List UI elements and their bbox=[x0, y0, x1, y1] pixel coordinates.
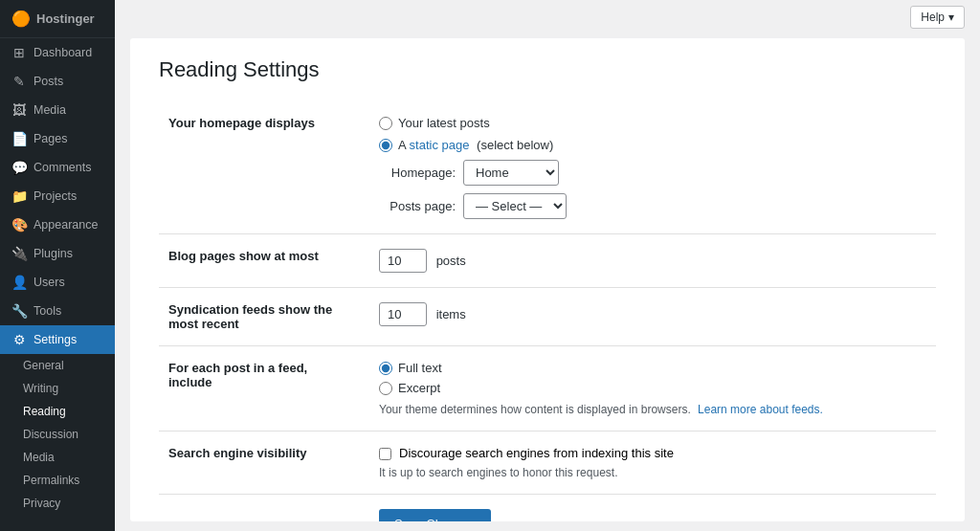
submenu-item-discussion[interactable]: Discussion bbox=[11, 423, 115, 446]
search-visibility-note: It is up to search engines to honor this… bbox=[379, 466, 926, 479]
syndication-input[interactable] bbox=[379, 302, 427, 326]
sidebar-item-comments[interactable]: 💬 Comments bbox=[0, 153, 115, 182]
submenu-item-privacy[interactable]: Privacy bbox=[11, 492, 115, 515]
full-text-label: Full text bbox=[398, 361, 442, 375]
sidebar-item-projects[interactable]: 📁 Projects bbox=[0, 182, 115, 210]
help-button[interactable]: Help ▾ bbox=[910, 6, 965, 29]
feed-include-value: Full text Excerpt Your theme determines … bbox=[369, 346, 936, 431]
settings-icon: ⚙ bbox=[11, 332, 27, 347]
search-visibility-row: Search engine visibility Discourage sear… bbox=[159, 431, 936, 495]
sidebar-item-media[interactable]: 🖼 Media bbox=[0, 96, 115, 124]
plugins-icon: 🔌 bbox=[11, 246, 27, 261]
sidebar-item-label: Posts bbox=[33, 75, 63, 88]
homepage-select[interactable]: Home bbox=[463, 160, 559, 186]
sidebar-item-label: Settings bbox=[33, 333, 77, 346]
projects-icon: 📁 bbox=[11, 188, 27, 204]
help-label: Help bbox=[921, 11, 945, 24]
sidebar-item-posts[interactable]: ✎ Posts bbox=[0, 67, 115, 96]
homepage-displays-value: Your latest posts A static page (select … bbox=[369, 101, 936, 234]
excerpt-radio[interactable] bbox=[379, 382, 392, 395]
submenu-label: Writing bbox=[23, 382, 58, 395]
sidebar-item-appearance[interactable]: 🎨 Appearance bbox=[0, 210, 115, 239]
posts-page-select-label: Posts page: bbox=[379, 199, 456, 213]
sidebar-item-plugins[interactable]: 🔌 Plugins bbox=[0, 239, 115, 268]
static-page-option: A static page (select below) bbox=[379, 138, 926, 152]
sidebar-item-label: Media bbox=[33, 103, 66, 117]
syndication-label: Syndication feeds show the most recent bbox=[159, 288, 369, 346]
latest-posts-radio[interactable] bbox=[379, 117, 392, 130]
posts-page-select-row: Posts page: — Select — bbox=[379, 193, 926, 219]
sidebar-logo[interactable]: 🟠 Hostinger bbox=[0, 0, 115, 38]
homepage-displays-row: Your homepage displays Your latest posts… bbox=[159, 101, 936, 234]
appearance-icon: 🎨 bbox=[11, 217, 27, 232]
sidebar-item-label: Users bbox=[33, 276, 65, 289]
save-label-cell bbox=[159, 495, 369, 522]
save-row: Save Changes bbox=[159, 495, 936, 522]
search-visibility-checkbox-row: Discourage search engines from indexing … bbox=[379, 446, 926, 460]
submenu-item-media-sub[interactable]: Media bbox=[11, 446, 115, 469]
sidebar-item-label: Projects bbox=[33, 189, 77, 203]
tools-icon: 🔧 bbox=[11, 303, 27, 319]
blog-pages-label: Blog pages show at most bbox=[159, 234, 369, 288]
static-page-label: A static page (select below) bbox=[398, 138, 553, 152]
excerpt-option: Excerpt bbox=[379, 381, 926, 395]
homepage-select-label: Homepage: bbox=[379, 166, 456, 180]
feed-learn-more-link[interactable]: Learn more about feeds. bbox=[698, 403, 823, 416]
media-icon: 🖼 bbox=[11, 102, 27, 118]
dashboard-icon: ⊞ bbox=[11, 45, 27, 60]
submenu-label: Media bbox=[23, 451, 55, 464]
feed-include-row: For each post in a feed, include Full te… bbox=[159, 346, 936, 431]
submenu-item-writing[interactable]: Writing bbox=[11, 377, 115, 400]
syndication-suffix: items bbox=[436, 307, 466, 321]
latest-posts-option: Your latest posts bbox=[379, 116, 926, 130]
sidebar-item-label: Tools bbox=[33, 304, 61, 318]
submenu-item-permalinks[interactable]: Permalinks bbox=[11, 469, 115, 492]
full-text-option: Full text bbox=[379, 361, 926, 375]
blog-pages-row: Blog pages show at most posts bbox=[159, 234, 936, 288]
sidebar-item-users[interactable]: 👤 Users bbox=[0, 268, 115, 297]
sidebar-item-settings[interactable]: ⚙ Settings bbox=[0, 325, 115, 354]
search-visibility-value: Discourage search engines from indexing … bbox=[369, 431, 936, 495]
sidebar-item-dashboard[interactable]: ⊞ Dashboard bbox=[0, 38, 115, 67]
content-area: Reading Settings Your homepage displays … bbox=[130, 38, 965, 521]
static-page-link[interactable]: static page bbox=[410, 138, 470, 152]
sidebar-item-tools[interactable]: 🔧 Tools bbox=[0, 297, 115, 325]
excerpt-label: Excerpt bbox=[398, 381, 440, 395]
syndication-value: items bbox=[369, 288, 936, 346]
comments-icon: 💬 bbox=[11, 160, 27, 175]
syndication-row: Syndication feeds show the most recent i… bbox=[159, 288, 936, 346]
save-changes-button[interactable]: Save Changes bbox=[379, 509, 491, 521]
static-page-paren: (select below) bbox=[477, 138, 553, 152]
page-title: Reading Settings bbox=[159, 57, 936, 82]
static-page-a-text: A bbox=[398, 138, 406, 152]
static-page-radio[interactable] bbox=[379, 139, 392, 152]
main-panel: Help ▾ Reading Settings Your homepage di… bbox=[115, 0, 980, 531]
submenu-item-general[interactable]: General bbox=[11, 354, 115, 377]
users-icon: 👤 bbox=[11, 275, 27, 290]
blog-pages-input[interactable] bbox=[379, 249, 427, 273]
latest-posts-label: Your latest posts bbox=[398, 116, 490, 130]
feed-note: Your theme determines how content is dis… bbox=[379, 403, 926, 416]
hostinger-logo-icon: 🟠 bbox=[11, 10, 31, 28]
feed-radio-group: Full text Excerpt bbox=[379, 361, 926, 395]
sidebar-item-label: Appearance bbox=[33, 218, 98, 232]
posts-icon: ✎ bbox=[11, 74, 27, 89]
search-visibility-checkbox-label: Discourage search engines from indexing … bbox=[399, 446, 674, 460]
full-text-radio[interactable] bbox=[379, 362, 392, 375]
submenu-item-reading[interactable]: Reading bbox=[11, 400, 115, 423]
sidebar-logo-label: Hostinger bbox=[36, 11, 95, 26]
submenu-label: Reading bbox=[23, 405, 66, 418]
feed-note-text: Your theme determines how content is dis… bbox=[379, 403, 691, 416]
topbar: Help ▾ bbox=[115, 0, 980, 29]
sidebar: 🟠 Hostinger ⊞ Dashboard ✎ Posts 🖼 Media … bbox=[0, 0, 115, 531]
homepage-select-row: Homepage: Home bbox=[379, 160, 926, 186]
sidebar-item-label: Dashboard bbox=[33, 46, 92, 59]
sidebar-item-pages[interactable]: 📄 Pages bbox=[0, 124, 115, 153]
search-visibility-label: Search engine visibility bbox=[159, 431, 369, 495]
sidebar-item-label: Comments bbox=[33, 161, 91, 174]
feed-include-label: For each post in a feed, include bbox=[159, 346, 369, 431]
settings-submenu: General Writing Reading Discussion Media… bbox=[0, 354, 115, 515]
posts-page-select[interactable]: — Select — bbox=[463, 193, 567, 219]
homepage-radio-group: Your latest posts A static page (select … bbox=[379, 116, 926, 152]
search-visibility-checkbox[interactable] bbox=[379, 448, 391, 460]
